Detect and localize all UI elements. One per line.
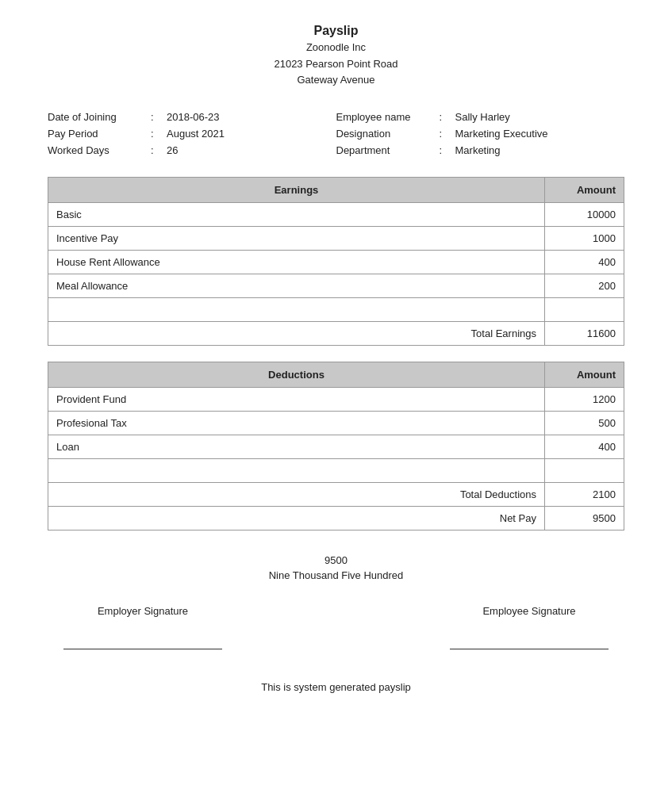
earnings-row-incentive: Incentive Pay 1000 [48, 227, 624, 251]
deductions-pf-amount: 1200 [545, 388, 624, 412]
deductions-section: Deductions Amount Provident Fund 1200 Pr… [48, 362, 624, 530]
earnings-hra-desc: House Rent Allowance [48, 251, 545, 274]
deductions-loan-desc: Loan [48, 435, 545, 459]
deductions-spacer-row [48, 459, 624, 483]
earnings-total-row: Total Earnings 11600 [48, 322, 624, 346]
employer-signature-line [63, 649, 222, 649]
pay-period-label: Pay Period [48, 128, 151, 140]
net-pay-row: Net Pay 9500 [48, 507, 624, 530]
worked-days-row: Worked Days : 26 [48, 144, 336, 156]
earnings-spacer-desc [48, 298, 545, 322]
deductions-table: Deductions Amount Provident Fund 1200 Pr… [48, 362, 624, 530]
employer-signature-label: Employer Signature [63, 605, 222, 617]
deductions-total-label: Total Deductions [48, 483, 545, 507]
signature-section: Employer Signature Employee Signature [48, 605, 624, 649]
earnings-hra-amount: 400 [545, 251, 624, 274]
date-of-joining-row: Date of Joining : 2018-06-23 [48, 111, 336, 123]
earnings-incentive-amount: 1000 [545, 227, 624, 251]
deductions-header-amount: Amount [545, 362, 624, 388]
employee-name-row: Employee name : Sally Harley [336, 111, 625, 123]
earnings-spacer-row [48, 298, 624, 322]
address-line2: Gateway Avenue [48, 72, 624, 88]
employee-signature-label: Employee Signature [450, 605, 609, 617]
company-address: 21023 Pearson Point Road Gateway Avenue [48, 56, 624, 87]
net-amount-words: Nine Thousand Five Hundred [48, 569, 624, 581]
earnings-meal-amount: 200 [545, 274, 624, 298]
earnings-spacer-amount [545, 298, 624, 322]
pay-period-value: August 2021 [167, 128, 225, 140]
employer-signature-block: Employer Signature [63, 605, 222, 649]
date-of-joining-value: 2018-06-23 [167, 111, 220, 123]
employee-name-value: Sally Harley [455, 111, 510, 123]
net-pay-label: Net Pay [48, 507, 545, 530]
department-row: Department : Marketing [336, 144, 625, 156]
worked-days-value: 26 [167, 144, 178, 156]
deductions-total-value: 2100 [545, 483, 624, 507]
worked-days-label: Worked Days [48, 144, 151, 156]
footer: This is system generated payslip [48, 681, 624, 693]
company-name: Zoonodle Inc [48, 41, 624, 53]
deductions-row-prof-tax: Profesional Tax 500 [48, 412, 624, 435]
info-left: Date of Joining : 2018-06-23 Pay Period … [48, 111, 336, 161]
deductions-pf-desc: Provident Fund [48, 388, 545, 412]
deductions-spacer-desc [48, 459, 545, 483]
deductions-prof-tax-amount: 500 [545, 412, 624, 435]
earnings-row-hra: House Rent Allowance 400 [48, 251, 624, 274]
date-of-joining-label: Date of Joining [48, 111, 151, 123]
earnings-table: Earnings Amount Basic 10000 Incentive Pa… [48, 177, 624, 346]
designation-row: Designation : Marketing Executive [336, 128, 625, 140]
doj-colon: : [151, 111, 167, 123]
earnings-total-label: Total Earnings [48, 322, 545, 346]
earnings-header-desc: Earnings [48, 178, 545, 203]
earnings-header-amount: Amount [545, 178, 624, 203]
footer-text: This is system generated payslip [261, 681, 411, 693]
department-value: Marketing [455, 144, 501, 156]
address-line1: 21023 Pearson Point Road [48, 56, 624, 72]
wd-colon: : [151, 144, 167, 156]
deductions-prof-tax-desc: Profesional Tax [48, 412, 545, 435]
deductions-spacer-amount [545, 459, 624, 483]
earnings-total-value: 11600 [545, 322, 624, 346]
deductions-loan-amount: 400 [545, 435, 624, 459]
dept-colon: : [440, 144, 455, 156]
en-colon: : [440, 111, 455, 123]
earnings-incentive-desc: Incentive Pay [48, 227, 545, 251]
deductions-total-row: Total Deductions 2100 [48, 483, 624, 507]
payslip-title: Payslip [48, 24, 624, 38]
earnings-basic-desc: Basic [48, 203, 545, 227]
earnings-row-meal: Meal Allowance 200 [48, 274, 624, 298]
net-pay-value: 9500 [545, 507, 624, 530]
employee-info-section: Date of Joining : 2018-06-23 Pay Period … [48, 111, 624, 161]
pp-colon: : [151, 128, 167, 140]
earnings-meal-desc: Meal Allowance [48, 274, 545, 298]
employee-signature-block: Employee Signature [450, 605, 609, 649]
department-label: Department [336, 144, 440, 156]
info-right: Employee name : Sally Harley Designation… [336, 111, 625, 161]
payslip-header: Payslip Zoonodle Inc 21023 Pearson Point… [48, 24, 624, 87]
earnings-basic-amount: 10000 [545, 203, 624, 227]
designation-value: Marketing Executive [455, 128, 548, 140]
earnings-row-basic: Basic 10000 [48, 203, 624, 227]
net-amount-number: 9500 [48, 554, 624, 566]
net-amount-section: 9500 Nine Thousand Five Hundred [48, 554, 624, 581]
pay-period-row: Pay Period : August 2021 [48, 128, 336, 140]
employee-name-label: Employee name [336, 111, 440, 123]
deductions-row-pf: Provident Fund 1200 [48, 388, 624, 412]
earnings-section: Earnings Amount Basic 10000 Incentive Pa… [48, 177, 624, 346]
des-colon: : [440, 128, 455, 140]
employee-signature-line [450, 649, 609, 649]
deductions-row-loan: Loan 400 [48, 435, 624, 459]
designation-label: Designation [336, 128, 440, 140]
deductions-header-desc: Deductions [48, 362, 545, 388]
